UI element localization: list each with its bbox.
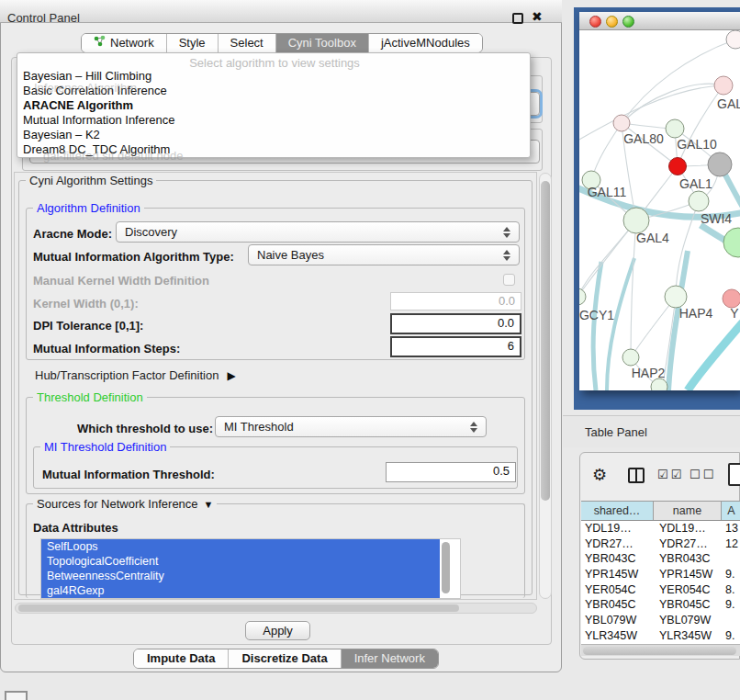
network-node-hap2[interactable]: [622, 349, 639, 366]
settings-vscroll-thumb[interactable]: [541, 181, 550, 501]
table-cell: 13: [722, 521, 740, 536]
settings-vertical-scrollbar[interactable]: [539, 173, 552, 599]
settings-horizontal-scrollbar[interactable]: [15, 603, 537, 614]
network-node[interactable]: [726, 30, 740, 49]
expander-expanded-icon: ▼: [204, 499, 214, 510]
tab-label: Cyni Toolbox: [288, 34, 356, 52]
mi-threshold-label: Mutual Information Threshold:: [42, 468, 215, 481]
split-columns-icon[interactable]: [628, 468, 645, 483]
attribute-item-gal4rgexp[interactable]: gal4RGexp: [41, 583, 440, 598]
network-node-gal80[interactable]: [613, 115, 630, 131]
network-node-gcy1[interactable]: [579, 288, 586, 305]
table-row[interactable]: YPR145WYPR145W9.: [581, 567, 740, 582]
minimize-traffic-light-icon[interactable]: [606, 16, 618, 28]
which-threshold-label: Which threshold to use:: [77, 422, 213, 435]
table-row[interactable]: YBR045CYBR045C9.: [581, 597, 740, 613]
settings-hscroll-thumb[interactable]: [18, 604, 459, 612]
network-node-gal4[interactable]: [623, 208, 649, 233]
bottom-tab-bar: Impute DataDiscretize DataInfer Network: [133, 649, 439, 669]
close-traffic-light-icon[interactable]: [589, 16, 601, 28]
sources-title[interactable]: Sources for Network Inference▼: [33, 497, 217, 511]
network-node-gal10[interactable]: [666, 119, 684, 138]
network-node-swi4[interactable]: [723, 228, 740, 257]
expander-collapsed-icon: ▶: [227, 369, 235, 382]
table-header-row: shared…nameA: [581, 501, 740, 521]
close-icon[interactable]: ✖: [532, 9, 543, 24]
network-window-titlebar[interactable]: [579, 12, 740, 30]
select-all-checkboxes-icon[interactable]: ☑☑: [657, 468, 684, 481]
tab-style[interactable]: Style: [166, 34, 218, 52]
mi-threshold-field[interactable]: 0.5: [386, 462, 516, 482]
float-window-icon[interactable]: [512, 13, 523, 24]
attribute-item-betweennesscentrality[interactable]: BetweennessCentrality: [41, 569, 440, 583]
minimized-panel-grip[interactable]: [5, 691, 28, 700]
table-row[interactable]: YDL19…YDL19…13: [581, 521, 740, 536]
table-horizontal-scrollbar[interactable]: [581, 644, 740, 656]
table-cell: YDL19…: [654, 521, 722, 536]
manual-kernel-width-checkbox[interactable]: [503, 274, 515, 286]
control-panel-titlebar: [0, 0, 562, 23]
mi-algorithm-type-combo[interactable]: Naive Bayes: [248, 244, 520, 265]
node-label-gal10: GAL10: [677, 137, 717, 152]
network-node[interactable]: [669, 158, 687, 175]
tab-infer-network[interactable]: Infer Network: [341, 649, 438, 668]
mi-steps-field[interactable]: 6: [390, 336, 521, 357]
data-attributes-label: Data Attributes: [33, 521, 118, 535]
attributes-list-scrollbar[interactable]: [441, 540, 451, 597]
network-node-gal[interactable]: [714, 76, 733, 95]
table-row[interactable]: YBL079WYBL079W: [581, 613, 740, 628]
kernel-width-field[interactable]: 0.0: [390, 292, 521, 310]
tab-discretize-data[interactable]: Discretize Data: [228, 649, 340, 668]
combo-spinner-icon: [496, 227, 510, 238]
tab-network[interactable]: Network: [82, 34, 166, 52]
which-threshold-value: MI Threshold: [224, 420, 294, 434]
table-cell: YBR043C: [581, 551, 654, 567]
network-node-y[interactable]: [723, 289, 740, 308]
table-row[interactable]: YDR27…YDR27…12: [581, 536, 740, 552]
table-cell: YDL19…: [581, 521, 654, 536]
table-row[interactable]: YBR043CYBR043C: [581, 551, 740, 567]
apply-button[interactable]: Apply: [245, 621, 310, 640]
algorithm-item-bayesian-k2[interactable]: Bayesian – K2: [21, 128, 526, 142]
tab-select[interactable]: Select: [218, 34, 275, 52]
column-header-shared[interactable]: shared…: [581, 502, 654, 520]
algorithm-definition-title: Algorithm Definition: [33, 201, 144, 215]
column-header-name[interactable]: name: [654, 502, 722, 520]
network-node-hap4[interactable]: [665, 286, 687, 308]
network-edge: [607, 258, 634, 390]
table-panel-titlebar: Table Panel: [563, 415, 740, 447]
aracne-mode-label: Aracne Mode:: [33, 227, 112, 241]
table-row[interactable]: YER054CYER054C8.: [581, 582, 740, 598]
table-cell: 9.: [722, 597, 740, 613]
gear-icon[interactable]: ⚙: [592, 465, 607, 485]
node-label-gal80: GAL80: [623, 131, 664, 146]
hub-factor-expander[interactable]: Hub/Transcription Factor Definition▶: [35, 368, 236, 382]
attribute-item-topologicalcoefficient[interactable]: TopologicalCoefficient: [41, 554, 440, 569]
data-attributes-list[interactable]: SelfLoopsTopologicalCoefficientBetweenne…: [40, 538, 461, 599]
network-node[interactable]: [708, 152, 732, 176]
table-row[interactable]: YLR345WYLR345W9.: [581, 628, 740, 644]
attribute-item-selfloops[interactable]: SelfLoops: [41, 539, 440, 554]
deselect-all-checkboxes-icon[interactable]: ☐☐: [690, 468, 716, 481]
tab-impute-data[interactable]: Impute Data: [134, 649, 228, 668]
table-cell: YLR345W: [581, 628, 654, 644]
network-node-gal1[interactable]: [689, 191, 709, 211]
attributes-scrollbar-thumb[interactable]: [442, 542, 450, 593]
zoom-traffic-light-icon[interactable]: [622, 16, 634, 28]
network-canvas-svg[interactable]: GALGAL80GAL10GAL11GAL1SWI4GAL4GCY1HAP4YH…: [579, 30, 740, 390]
document-icon[interactable]: [728, 463, 740, 486]
table-hscroll-thumb[interactable]: [583, 647, 736, 655]
algorithm-item-mutual-information-inference[interactable]: Mutual Information Inference: [21, 113, 526, 128]
table-cell: YBR045C: [581, 597, 654, 613]
dpi-tolerance-field[interactable]: 0.0: [390, 313, 521, 334]
node-label-gal11: GAL11: [588, 185, 627, 199]
network-node[interactable]: [651, 378, 667, 390]
algorithm-item-aracne-algorithm[interactable]: ARACNE Algorithm: [21, 98, 526, 113]
tab-cyni-toolbox[interactable]: Cyni Toolbox: [275, 34, 368, 52]
aracne-mode-combo[interactable]: Discovery: [116, 221, 520, 243]
table-cell: YDR27…: [581, 536, 654, 552]
tab-jactivemnodules[interactable]: jActiveMNodules: [368, 34, 482, 52]
column-header-a[interactable]: A: [722, 502, 740, 520]
which-threshold-combo[interactable]: MI Threshold: [215, 416, 487, 437]
ghost-inference-algorithm-label: Inference Algorithm: [34, 81, 137, 95]
